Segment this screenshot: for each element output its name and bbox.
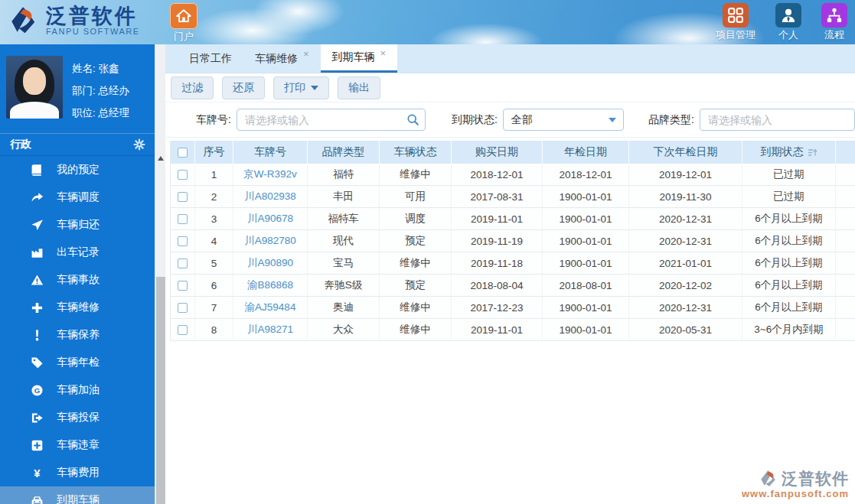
table-row[interactable]: 3 川A90678 福特车 调度 2019-11-01 1900-01-01 2… xyxy=(171,208,855,230)
filter-button[interactable]: 过滤 xyxy=(171,76,214,99)
scrollbar-thumb[interactable] xyxy=(156,277,165,504)
cell-expiry-status: 6个月以上到期 xyxy=(742,275,836,296)
watermark-url: www.fanpusoft.com xyxy=(742,488,849,499)
cell-extra xyxy=(836,319,855,340)
portal-nav-item[interactable]: 门户 xyxy=(170,3,197,44)
personal-nav-item[interactable]: 个人 xyxy=(775,3,801,42)
brand-title: 泛普软件 xyxy=(46,5,140,27)
cell-inspection-date: 1900-01-01 xyxy=(543,186,629,207)
cell-plate-link[interactable]: 川A802938 xyxy=(233,186,308,207)
print-button[interactable]: 打印 xyxy=(273,76,329,99)
sidebar-nav-item[interactable]: 我的预定 xyxy=(0,156,155,184)
personal-label: 个人 xyxy=(778,28,798,42)
table-header-row: 序号 车牌号 品牌类型 车辆状态 购买日期 年检日期 下次年检日期 到期状态 xyxy=(171,141,855,164)
row-checkbox[interactable] xyxy=(178,192,188,202)
sidebar-nav-item[interactable]: 出车记录 xyxy=(0,239,155,266)
sidebar-nav-item[interactable]: 车辆归还 xyxy=(0,211,155,239)
exclaim-icon xyxy=(31,329,44,342)
cell-purchase-date: 2017-08-31 xyxy=(452,186,543,207)
tab-daily-work[interactable]: 日常工作 xyxy=(178,44,243,73)
avatar xyxy=(6,56,63,119)
sidebar-nav-item[interactable]: 车辆投保 xyxy=(0,404,155,431)
table-row[interactable]: 2 川A802938 丰田 可用 2017-08-31 1900-01-01 2… xyxy=(171,186,855,208)
tab-vehicle-repair[interactable]: 车辆维修 × xyxy=(243,44,321,73)
sidebar-nav-item[interactable]: 车辆年检 xyxy=(0,349,155,376)
person-icon xyxy=(779,6,798,24)
sidebar-nav-item[interactable]: 车辆加油 xyxy=(0,376,155,404)
cell-plate-link[interactable]: 渝AJ59484 xyxy=(233,297,308,318)
row-checkbox[interactable] xyxy=(178,259,188,268)
cell-plate-link[interactable]: 川A90678 xyxy=(233,208,308,229)
row-checkbox[interactable] xyxy=(178,303,188,313)
sidebar-nav-item[interactable]: 车辆违章 xyxy=(0,431,155,459)
cell-next-inspection-date: 2020-12-31 xyxy=(629,208,742,229)
table-row[interactable]: 5 川A90890 宝马 维修中 2019-11-18 1900-01-01 2… xyxy=(171,252,855,275)
scroll-up-arrow-icon[interactable] xyxy=(158,156,164,161)
plate-filter-label: 车牌号: xyxy=(196,113,231,127)
col-header-expiry-status[interactable]: 到期状态 xyxy=(742,141,836,164)
process-label: 流程 xyxy=(824,28,844,42)
sidebar-nav-item[interactable]: 车辆维修 xyxy=(0,294,155,321)
table-row[interactable]: 1 京W-R392v 福特 维修中 2018-12-01 2018-12-01 … xyxy=(171,164,855,186)
process-nav-item[interactable]: 流程 xyxy=(821,3,847,42)
close-icon[interactable]: × xyxy=(303,48,309,60)
grid-icon xyxy=(726,6,745,24)
fanpu-watermark-icon xyxy=(759,469,778,489)
sidebar-nav-item-label: 车辆调度 xyxy=(57,190,100,204)
sidebar-scrollbar[interactable] xyxy=(155,44,165,504)
cell-extra xyxy=(836,275,855,296)
cell-plate-link[interactable]: 川A90890 xyxy=(233,252,308,274)
sidebar-nav-item[interactable]: 车辆调度 xyxy=(0,184,155,211)
table-row[interactable]: 4 川A982780 现代 预定 2019-11-19 1900-01-01 2… xyxy=(171,230,855,252)
row-checkbox[interactable] xyxy=(178,325,188,335)
row-checkbox[interactable] xyxy=(178,236,188,246)
sidebar-nav-item[interactable]: 车辆费用 xyxy=(0,459,155,486)
cell-brand: 奔驰S级 xyxy=(308,275,380,296)
row-checkbox[interactable] xyxy=(178,281,188,291)
share-icon xyxy=(31,191,44,204)
sidebar-nav-item-label: 车辆维修 xyxy=(57,301,100,314)
fanpu-logo-icon xyxy=(8,5,40,37)
sidebar-nav-item-label: 到期车辆 xyxy=(57,493,100,504)
table-row[interactable]: 7 渝AJ59484 奥迪 维修中 2017-12-23 1900-01-01 … xyxy=(171,297,855,319)
cell-status: 预定 xyxy=(380,230,452,252)
restore-button[interactable]: 还原 xyxy=(222,76,265,99)
brand-search-input[interactable] xyxy=(700,109,855,131)
filter-bar: 车牌号: 到期状态: 全部 品牌类型: xyxy=(165,102,855,138)
sidebar-nav-item[interactable]: 车辆保养 xyxy=(0,321,155,349)
sidebar-nav-item-label: 车辆投保 xyxy=(57,411,100,424)
sidebar-nav-item[interactable]: 到期车辆 xyxy=(0,486,155,504)
cell-status: 预定 xyxy=(380,275,452,296)
cell-plate-link[interactable]: 渝B86868 xyxy=(233,275,308,296)
table-row[interactable]: 8 川A98271 大众 维修中 2019-11-01 1900-01-01 2… xyxy=(171,319,855,341)
sidebar-section-admin[interactable]: 行政 xyxy=(0,133,155,156)
cell-plate-link[interactable]: 川A982780 xyxy=(233,230,308,252)
cell-next-inspection-date: 2020-05-31 xyxy=(629,319,742,340)
close-icon[interactable]: × xyxy=(380,47,387,59)
cell-status: 可用 xyxy=(380,186,452,207)
status-filter-label: 到期状态: xyxy=(452,113,498,127)
sidebar-nav-item[interactable]: 车辆事故 xyxy=(0,266,155,294)
gas-icon xyxy=(31,384,44,397)
gear-icon[interactable] xyxy=(133,138,145,151)
cell-no: 3 xyxy=(195,208,233,229)
brand-filter-label: 品牌类型: xyxy=(648,113,694,127)
project-management-nav-item[interactable]: 项目管理 xyxy=(716,3,755,42)
sort-icon[interactable] xyxy=(808,148,817,158)
table-row[interactable]: 6 渝B86868 奔驰S级 预定 2018-08-04 2018-08-01 … xyxy=(171,275,855,297)
export-button[interactable]: 输出 xyxy=(338,76,380,99)
row-checkbox[interactable] xyxy=(178,170,188,180)
cell-brand: 丰田 xyxy=(308,186,380,207)
search-icon[interactable] xyxy=(406,113,419,126)
cell-next-inspection-date: 2020-12-31 xyxy=(629,297,742,318)
car-icon xyxy=(31,494,44,504)
cell-plate-link[interactable]: 川A98271 xyxy=(233,319,308,340)
row-checkbox[interactable] xyxy=(178,214,188,224)
tab-due-vehicles[interactable]: 到期车辆 × xyxy=(321,44,398,73)
cell-plate-link[interactable]: 京W-R392v xyxy=(233,164,308,185)
expiry-status-select[interactable]: 全部 xyxy=(503,109,624,131)
cell-purchase-date: 2019-11-01 xyxy=(452,208,543,229)
cell-no: 8 xyxy=(195,319,233,340)
plate-search-input[interactable] xyxy=(237,109,426,131)
select-all-checkbox[interactable] xyxy=(178,148,188,158)
